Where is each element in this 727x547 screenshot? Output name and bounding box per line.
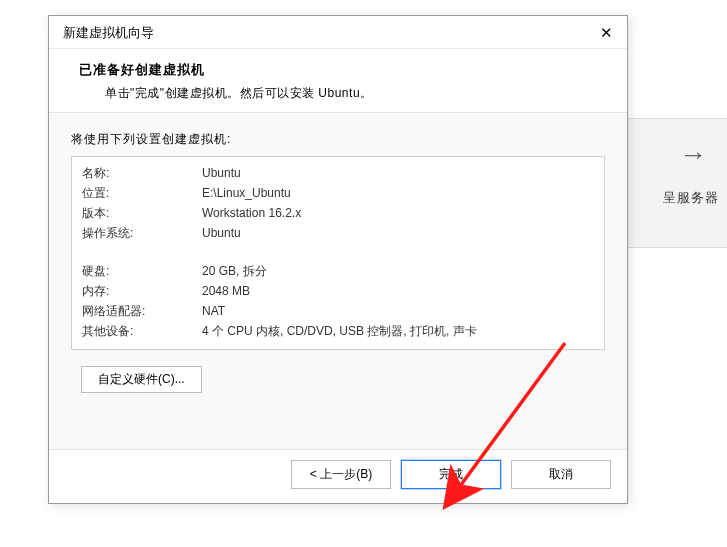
dialog-header-title: 已准备好创建虚拟机 — [79, 61, 627, 79]
background-label: 呈服务器 — [663, 189, 719, 207]
settings-label: 将使用下列设置创建虚拟机: — [71, 131, 605, 148]
settings-row: 内存:2048 MB — [82, 281, 594, 301]
settings-box: 名称:Ubuntu 位置:E:\Linux_Ubuntu 版本:Workstat… — [71, 156, 605, 350]
settings-row-value: 2048 MB — [202, 281, 594, 301]
dialog-content: 将使用下列设置创建虚拟机: 名称:Ubuntu 位置:E:\Linux_Ubun… — [49, 112, 627, 450]
settings-row-value: 20 GB, 拆分 — [202, 261, 594, 281]
dialog-header: 已准备好创建虚拟机 单击"完成"创建虚拟机。然后可以安装 Ubuntu。 — [49, 49, 627, 112]
customize-hardware-button[interactable]: 自定义硬件(C)... — [81, 366, 202, 393]
settings-row-value: Workstation 16.2.x — [202, 203, 594, 223]
dialog-title: 新建虚拟机向导 — [63, 24, 154, 42]
settings-row: 操作系统:Ubuntu — [82, 223, 594, 243]
settings-row: 硬盘:20 GB, 拆分 — [82, 261, 594, 281]
dialog-header-subtitle: 单击"完成"创建虚拟机。然后可以安装 Ubuntu。 — [79, 85, 627, 102]
settings-row: 名称:Ubuntu — [82, 163, 594, 183]
settings-row-label: 内存: — [82, 281, 202, 301]
finish-button[interactable]: 完成 — [401, 460, 501, 489]
settings-row-value: Ubuntu — [202, 163, 594, 183]
settings-row-label: 网络适配器: — [82, 301, 202, 321]
settings-row-value: NAT — [202, 301, 594, 321]
settings-row-label: 版本: — [82, 203, 202, 223]
settings-row: 版本:Workstation 16.2.x — [82, 203, 594, 223]
settings-row-label: 其他设备: — [82, 321, 202, 341]
settings-row-label: 名称: — [82, 163, 202, 183]
settings-row-value: E:\Linux_Ubuntu — [202, 183, 594, 203]
arrow-right-icon: → — [679, 141, 707, 169]
settings-row-label: 位置: — [82, 183, 202, 203]
settings-row: 网络适配器:NAT — [82, 301, 594, 321]
settings-row: 位置:E:\Linux_Ubuntu — [82, 183, 594, 203]
new-vm-wizard-dialog: 新建虚拟机向导 ✕ 已准备好创建虚拟机 单击"完成"创建虚拟机。然后可以安装 U… — [48, 15, 628, 504]
back-button[interactable]: < 上一步(B) — [291, 460, 391, 489]
dialog-titlebar: 新建虚拟机向导 ✕ — [49, 16, 627, 49]
settings-row-label: 硬盘: — [82, 261, 202, 281]
settings-row-value: Ubuntu — [202, 223, 594, 243]
settings-row-label: 操作系统: — [82, 223, 202, 243]
cancel-button[interactable]: 取消 — [511, 460, 611, 489]
close-icon[interactable]: ✕ — [597, 24, 615, 42]
settings-row: 其他设备:4 个 CPU 内核, CD/DVD, USB 控制器, 打印机, 声… — [82, 321, 594, 341]
settings-row-value: 4 个 CPU 内核, CD/DVD, USB 控制器, 打印机, 声卡 — [202, 321, 594, 341]
dialog-button-row: < 上一步(B) 完成 取消 — [49, 450, 627, 503]
